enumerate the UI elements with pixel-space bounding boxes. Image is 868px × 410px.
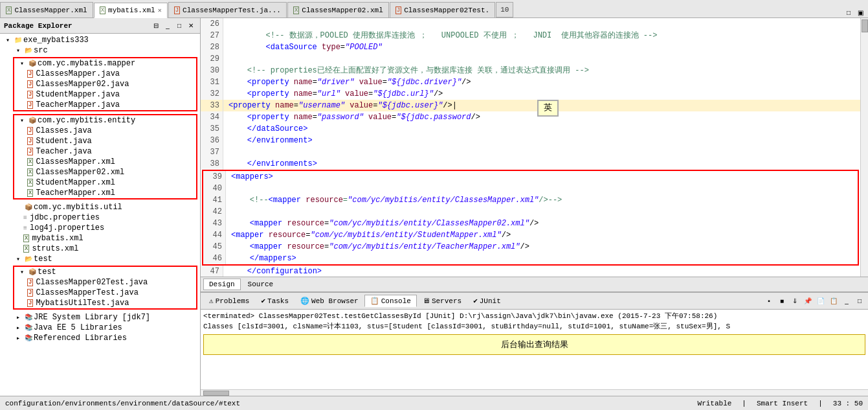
jre-library[interactable]: ▸ 📚 JRE System Library [jdk7] [0, 312, 200, 323]
src-icon: 📂 [23, 46, 34, 55]
file-label: StudentMapper.java [36, 90, 120, 99]
file-struts-xml[interactable]: X struts.xml [0, 244, 200, 254]
vertical-scrollbar[interactable] [860, 18, 868, 277]
console-scroll-button[interactable]: ⇓ [789, 295, 801, 307]
console-clear-button[interactable]: ▪ [763, 295, 775, 307]
file-classesmapper-java[interactable]: J ClassesMapper.java [14, 69, 196, 79]
code-content: <mapper resource="com/yc/mybitis/entity/… [226, 241, 529, 253]
line-number: 30 [201, 65, 223, 76]
file-classes-java[interactable]: J Classes.java [14, 126, 196, 136]
package-test[interactable]: ▾ 📦 test [14, 267, 196, 277]
file-label: ClassesMapperTest.java [36, 288, 138, 297]
editor-minimize-button[interactable]: □ [843, 7, 854, 17]
src-folder[interactable]: ▾ 📂 src [0, 45, 200, 56]
file-student-java[interactable]: J Student.java [14, 136, 196, 146]
tab-classesmapper02test[interactable]: J ClassesMapper02Test. [390, 2, 495, 17]
file-classesmapper02test-java[interactable]: J ClassesMapper02Test.java [14, 277, 196, 288]
console-output-line: Classes [clsId=3001, clsName=计本1103, stu… [203, 321, 865, 332]
junit-icon: ✔ [473, 297, 478, 305]
console-h-scrollbar[interactable] [201, 389, 868, 396]
console-pin-button[interactable]: 📌 [802, 295, 814, 307]
code-line-43: 43 <mapper resource="com/yc/mybitis/enti… [203, 218, 858, 229]
file-studentmapper-xml[interactable]: X StudentMapper.xml [14, 177, 196, 188]
xml-file-icon: X [100, 6, 106, 14]
code-content: </environment> [223, 135, 313, 146]
editor-maximize-button[interactable]: ▣ [855, 7, 865, 17]
tab-close-button[interactable]: ✕ [158, 6, 162, 14]
file-label: ClassesMapper.xml [36, 157, 115, 166]
panel-header: Package Explorer ⊟ _ □ ✕ [0, 18, 200, 34]
bottom-tab-tasks[interactable]: ✔ Tasks [255, 295, 295, 307]
design-tab-label: Design [209, 280, 235, 288]
console-maximize-button[interactable]: □ [854, 295, 865, 307]
file-studentmapper-java[interactable]: J StudentMapper.java [14, 89, 196, 100]
bottom-tab-junit[interactable]: ✔ JUnit [467, 295, 507, 307]
file-label: ClassesMapper02Test.java [36, 278, 148, 287]
tab-label: ClassesMapperTest.ja... [183, 6, 281, 14]
line-number: 37 [201, 146, 223, 158]
source-tab[interactable]: Source [242, 279, 280, 290]
expand-icon: ▸ [13, 323, 23, 332]
code-container[interactable]: 26 27 <!-- 数据源，POOLED 使用数据库连接池 ； UNPOOLE… [201, 18, 868, 277]
tab-classesmapper-xml[interactable]: X ClassesMapper.xml [0, 2, 93, 17]
package-util[interactable]: 📦 com.yc.mybitis.util [0, 202, 200, 212]
tab-label: ClassesMapper02Test. [404, 6, 489, 14]
file-mybatis-xml[interactable]: X mybatis.xml [0, 233, 200, 244]
file-jdbc-properties[interactable]: ≡ jdbc.properties [0, 212, 200, 223]
java-icon: J [27, 289, 33, 297]
line-number: 42 [203, 206, 226, 218]
console-scroll-thumb[interactable] [203, 391, 229, 396]
tab-classesmapper02-xml[interactable]: X ClassesMapper02.xml [287, 2, 389, 17]
console-stop-button[interactable]: ■ [776, 295, 788, 307]
xml-icon: X [23, 245, 29, 253]
xml-icon: X [27, 158, 33, 166]
project-label: exe_mybatis333 [23, 36, 89, 45]
library-icon: 📚 [23, 323, 34, 332]
tab-overflow[interactable]: 10 [496, 2, 513, 17]
java-file-icon: J [174, 6, 180, 14]
bottom-tab-problems[interactable]: ⚠ Problems [203, 295, 255, 307]
file-classesmapper-xml[interactable]: X ClassesMapper.xml [14, 157, 196, 167]
tab-mybatis-xml[interactable]: X mybatis.xml ✕ [94, 3, 168, 18]
console-title-line: <terminated> ClassesMapper02Test.testGet… [203, 311, 865, 321]
test-folder[interactable]: ▾ 📂 test [0, 254, 200, 264]
bottom-tab-servers[interactable]: 🖥 Servers [417, 295, 467, 307]
tab-classesmappertest[interactable]: J ClassesMapperTest.ja... [168, 2, 287, 17]
status-writable: Writable [698, 400, 732, 407]
bottom-tab-console[interactable]: 📋 Console [364, 295, 417, 307]
file-teachermapper-java[interactable]: J TeacherMapper.java [14, 100, 196, 110]
file-teachermapper-xml[interactable]: X TeacherMapper.xml [14, 188, 196, 198]
line-number: 46 [203, 253, 226, 264]
referenced-libraries[interactable]: ▸ 📚 Referenced Libraries [0, 333, 200, 343]
file-classesmapper02-java[interactable]: J ClassesMapper02.java [14, 79, 196, 89]
code-line-36: 36 </environment> [201, 135, 860, 146]
close-panel-button[interactable]: ✕ [186, 21, 196, 31]
package-mapper[interactable]: ▾ 📦 com.yc.mybatis.mapper [14, 58, 196, 69]
console-minimize-button[interactable]: _ [841, 295, 852, 307]
line-number: 28 [201, 41, 223, 53]
tab-label: Console [381, 297, 411, 305]
javaee-library[interactable]: ▸ 📚 Java EE 5 Libraries [0, 323, 200, 333]
console-copy-button[interactable]: 📄 [815, 295, 827, 307]
code-line-30: 30 <!-- properties已经在上面配置好了资源文件，与数据库连接 关… [201, 65, 860, 76]
bottom-tab-webbrowser[interactable]: 🌐 Web Browser [295, 295, 364, 307]
main-container: X ClassesMapper.xml X mybatis.xml ✕ J Cl… [0, 0, 868, 410]
project-root[interactable]: ▾ 📁 exe_mybatis333 [0, 35, 200, 45]
console-paste-button[interactable]: 📋 [828, 295, 840, 307]
line-number: 29 [201, 53, 223, 65]
file-teacher-java[interactable]: J Teacher.java [14, 146, 196, 157]
code-content: <!--<mapper resource="com/yc/mybitis/ent… [226, 194, 562, 206]
minimize-button[interactable]: _ [162, 21, 173, 31]
code-content: </configuration> [223, 266, 322, 277]
file-classesmapper02-xml[interactable]: X ClassesMapper02.xml [14, 167, 196, 177]
file-log4j-properties[interactable]: ≡ log4j.properties [0, 223, 200, 233]
collapse-button[interactable]: ⊟ [151, 21, 161, 31]
status-insert-mode: Smart Insert [757, 400, 808, 407]
package-entity[interactable]: ▾ 📦 com.yc.mybitis.entity [14, 115, 196, 126]
file-mybatisutiltest-java[interactable]: J MybatisUtilTest.java [14, 298, 196, 308]
file-classesmappertest-java[interactable]: J ClassesMapperTest.java [14, 288, 196, 298]
design-tab[interactable]: Design [203, 279, 241, 290]
maximize-button[interactable]: □ [174, 21, 184, 31]
scroll-thumb[interactable] [862, 19, 868, 32]
expand-icon: ▾ [3, 36, 13, 45]
